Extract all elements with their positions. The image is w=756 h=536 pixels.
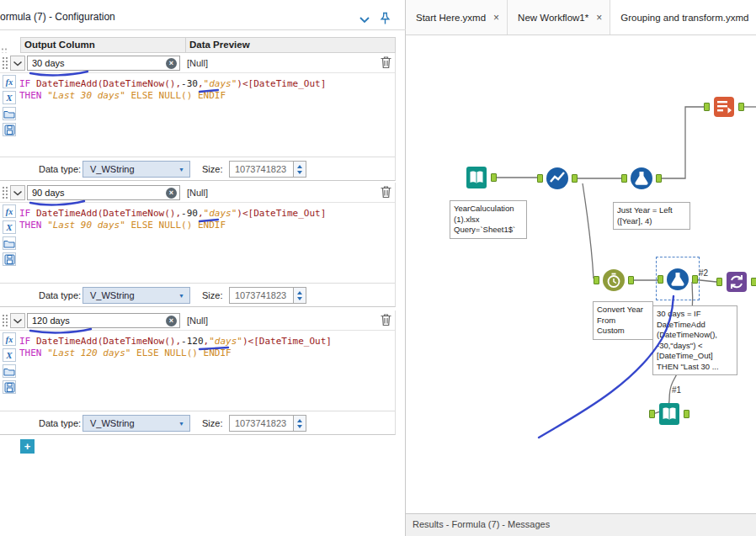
output-anchor[interactable] <box>692 275 698 284</box>
select-tool[interactable] <box>545 166 570 191</box>
expression-line-1: IF DateTimeAdd(DateTimeNow(),-90,"days")… <box>19 208 393 220</box>
then-keyword: THEN <box>19 220 47 231</box>
output-anchor[interactable] <box>491 173 497 182</box>
collapse-chevron-icon[interactable] <box>357 12 372 27</box>
datetime-tool[interactable] <box>601 268 626 293</box>
tab-new-workflow[interactable]: New Workflow1* × <box>508 0 610 34</box>
save-icon[interactable] <box>3 123 16 136</box>
expression-editor[interactable]: IF DateTimeAdd(DateTimeNow(),-30,"days")… <box>19 73 395 157</box>
workflow-canvas[interactable]: YearCaluculation (1).xlsx Query=`Sheet1$… <box>406 35 756 513</box>
formula-fx-icon[interactable]: fx <box>3 332 16 346</box>
data-type-dropdown[interactable]: V_WString ▼ <box>83 415 190 432</box>
string-token: "days" <box>204 78 237 89</box>
panel-header: ormula (7) - Configuration <box>0 5 406 30</box>
if-keyword: IF <box>19 78 36 89</box>
row-expand-button[interactable] <box>10 56 25 71</box>
data-type-dropdown[interactable]: V_WString ▼ <box>83 287 190 304</box>
field-token: [DateTime_Out] <box>253 336 332 347</box>
output-data-tool[interactable] <box>657 401 682 427</box>
save-icon[interactable] <box>3 252 16 266</box>
output-anchor[interactable] <box>684 410 689 418</box>
size-input[interactable]: 1073741823 <box>229 415 306 432</box>
clear-icon[interactable]: × <box>166 58 177 69</box>
size-input[interactable]: 1073741823 <box>229 161 306 178</box>
folder-open-icon[interactable] <box>3 107 16 120</box>
tab-grouping-transform[interactable]: Grouping and transform.yxmd <box>610 0 756 34</box>
annotation-input-data[interactable]: YearCaluculation (1).xlsx Query=`Sheet1$… <box>450 200 527 239</box>
spin-up-icon[interactable] <box>297 291 302 295</box>
size-input[interactable]: 1073741823 <box>229 287 306 304</box>
spin-down-icon[interactable] <box>297 171 302 174</box>
spin-up-icon[interactable] <box>297 165 302 168</box>
tab-start-here[interactable]: Start Here.yxmd × <box>406 0 508 34</box>
expression-toolbar: fx X <box>0 203 19 283</box>
expression-editor[interactable]: IF DateTimeAdd(DateTimeNow(),-120,"days"… <box>19 331 395 411</box>
formula-tool-2[interactable] <box>665 267 690 292</box>
output-column-input[interactable]: 30 days × <box>27 56 180 71</box>
transform-tool[interactable] <box>711 94 737 119</box>
results-title: Results - Formula (7) - Messages <box>413 519 550 529</box>
else-keyword: ELSE <box>125 90 159 101</box>
formula-fx-icon[interactable]: fx <box>3 75 16 88</box>
output-column-value: 90 days <box>32 188 166 198</box>
chevron-down-icon: ▼ <box>178 167 189 172</box>
size-stepper[interactable] <box>293 416 306 431</box>
drag-grip-icon[interactable] <box>2 56 8 70</box>
expression-editor[interactable]: IF DateTimeAdd(DateTimeNow(),-90,"days")… <box>19 203 395 283</box>
data-type-label: Data type: <box>39 411 81 435</box>
formula-row-header: 90 days × [Null] <box>0 183 395 203</box>
size-value: 1073741823 <box>230 164 293 174</box>
variables-icon[interactable]: X <box>3 220 16 234</box>
null-function: NULL() <box>159 220 193 231</box>
annotation-convert-year[interactable]: Convert Year From Custom <box>593 301 653 340</box>
input-anchor[interactable] <box>658 275 663 284</box>
spin-up-icon[interactable] <box>297 419 302 422</box>
variables-icon[interactable]: X <box>3 91 16 104</box>
close-icon[interactable]: × <box>596 13 602 23</box>
results-panel-header[interactable]: Results - Formula (7) - Messages <box>406 513 756 536</box>
output-column-input[interactable]: 120 days × <box>27 313 180 328</box>
drag-grip-icon[interactable] <box>2 186 8 199</box>
spin-down-icon[interactable] <box>297 425 302 428</box>
annotation-30-days[interactable]: 30 days = IF DateTimeAdd (DateTimeNow(),… <box>652 305 737 375</box>
output-anchor[interactable] <box>628 276 634 284</box>
formula-tool-1[interactable] <box>629 166 654 191</box>
output-anchor[interactable] <box>751 278 756 286</box>
input-anchor[interactable] <box>594 276 599 284</box>
data-type-dropdown[interactable]: V_WString ▼ <box>83 161 190 178</box>
output-anchor[interactable] <box>572 174 578 183</box>
row-expand-button[interactable] <box>10 313 25 328</box>
output-anchor[interactable] <box>656 174 662 183</box>
clear-icon[interactable]: × <box>166 188 177 199</box>
variables-icon[interactable]: X <box>3 348 16 362</box>
data-type-row: Data type: V_WString ▼ Size: 1073741823 <box>0 411 395 434</box>
clear-icon[interactable]: × <box>166 316 177 326</box>
annotation-just-year[interactable]: Just Year = Left ([Year], 4) <box>613 202 690 230</box>
input-anchor[interactable] <box>649 410 655 418</box>
size-stepper[interactable] <box>293 162 306 177</box>
formula-fx-icon[interactable]: fx <box>3 204 16 218</box>
delete-row-button[interactable] <box>379 56 393 71</box>
transpose-tool[interactable] <box>724 269 749 295</box>
drag-grip-icon[interactable] <box>2 314 8 327</box>
add-column-button[interactable]: + <box>20 439 35 454</box>
folder-open-icon[interactable] <box>3 236 16 250</box>
endif-keyword: ENDIF <box>198 348 232 358</box>
input-anchor[interactable] <box>716 278 722 286</box>
input-anchor[interactable] <box>537 174 543 183</box>
delete-row-button[interactable] <box>379 313 393 328</box>
output-anchor[interactable] <box>738 103 744 111</box>
output-column-input[interactable]: 90 days × <box>27 185 180 200</box>
size-label: Size: <box>202 411 222 435</box>
spin-down-icon[interactable] <box>297 297 302 300</box>
input-data-tool[interactable] <box>464 165 489 190</box>
input-anchor[interactable] <box>704 103 710 111</box>
input-anchor[interactable] <box>621 174 627 183</box>
folder-open-icon[interactable] <box>3 364 16 378</box>
save-icon[interactable] <box>3 380 16 394</box>
close-icon[interactable]: × <box>493 13 499 23</box>
row-expand-button[interactable] <box>10 185 25 200</box>
size-stepper[interactable] <box>293 288 306 303</box>
pin-icon[interactable] <box>377 12 392 27</box>
delete-row-button[interactable] <box>379 185 393 200</box>
